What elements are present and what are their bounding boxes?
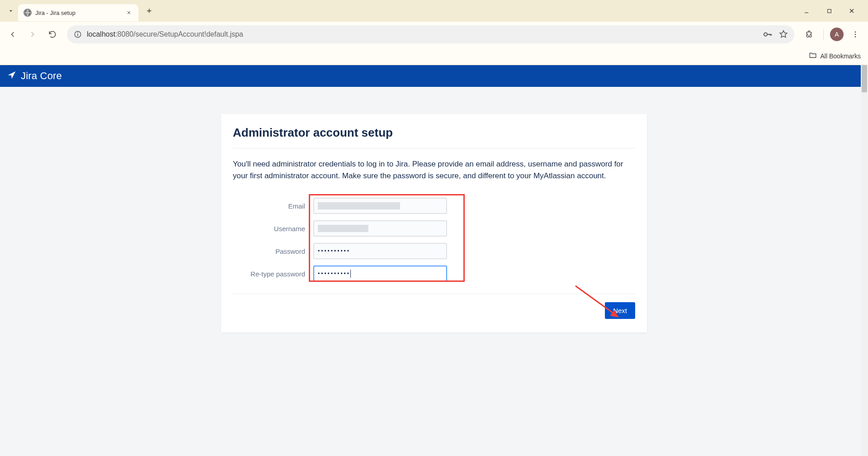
retype-password-value: •••••••••• — [318, 266, 350, 281]
tab-title: Jira - Jira setup — [35, 10, 121, 16]
kebab-menu-icon[interactable] — [847, 26, 863, 43]
password-key-icon[interactable] — [763, 29, 773, 39]
password-label: Password — [233, 247, 305, 255]
username-label: Username — [233, 225, 305, 233]
admin-form: Email Username Password •••••••••• Re-ty… — [233, 194, 635, 282]
browser-toolbar: localhost:8080/secure/SetupAccount!defau… — [0, 22, 868, 47]
globe-icon — [24, 9, 32, 17]
address-bar[interactable]: localhost:8080/secure/SetupAccount!defau… — [67, 25, 794, 43]
svg-point-6 — [855, 31, 856, 33]
folder-icon — [809, 51, 817, 61]
close-tab-icon[interactable] — [125, 9, 133, 17]
retype-password-label: Re-type password — [233, 270, 305, 278]
redacted-username-value — [318, 225, 368, 232]
username-field[interactable] — [313, 220, 447, 237]
all-bookmarks-button[interactable]: All Bookmarks — [809, 51, 861, 61]
url-text: localhost:8080/secure/SetupAccount!defau… — [87, 30, 243, 38]
jira-logo-icon — [7, 71, 16, 81]
password-value: •••••••••• — [318, 244, 350, 258]
profile-avatar[interactable]: A — [830, 28, 844, 41]
page-title: Administrator account setup — [233, 126, 635, 140]
reload-button[interactable] — [44, 26, 61, 43]
divider — [233, 294, 635, 294]
svg-point-5 — [764, 33, 767, 36]
page-description: You'll need administrator credentials to… — [233, 158, 635, 181]
extensions-icon[interactable] — [801, 26, 817, 43]
scrollbar-track[interactable] — [861, 65, 868, 456]
text-cursor — [350, 270, 351, 278]
redacted-email-value — [318, 202, 400, 209]
password-field[interactable]: •••••••••• — [313, 243, 447, 259]
svg-point-8 — [855, 36, 856, 38]
svg-point-7 — [855, 34, 856, 35]
forward-button[interactable] — [24, 26, 41, 43]
setup-card: Administrator account setup You'll need … — [221, 114, 647, 332]
browser-tab-strip: Jira - Jira setup — [0, 0, 868, 22]
svg-rect-4 — [77, 33, 78, 33]
close-window-icon[interactable] — [844, 3, 860, 19]
svg-rect-3 — [77, 34, 78, 36]
all-bookmarks-label: All Bookmarks — [821, 52, 861, 60]
jira-logo-text: Jira Core — [21, 70, 62, 82]
jira-header: Jira Core — [0, 65, 868, 87]
retype-password-field[interactable]: •••••••••• — [313, 266, 447, 282]
tab-search-dropdown[interactable] — [4, 4, 18, 18]
scrollbar-thumb[interactable] — [862, 65, 867, 92]
site-info-icon[interactable] — [73, 30, 82, 39]
back-button[interactable] — [5, 26, 21, 43]
window-controls — [798, 3, 864, 19]
svg-rect-1 — [827, 9, 831, 13]
email-field[interactable] — [313, 198, 447, 214]
toolbar-divider — [823, 29, 824, 40]
new-tab-button[interactable] — [142, 4, 156, 18]
minimize-icon[interactable] — [798, 3, 815, 19]
email-label: Email — [233, 202, 305, 210]
next-button[interactable]: Next — [605, 302, 635, 319]
browser-tab[interactable]: Jira - Jira setup — [18, 4, 138, 21]
bookmarks-bar: All Bookmarks — [0, 47, 868, 65]
maximize-icon[interactable] — [821, 3, 837, 19]
divider — [233, 148, 635, 148]
bookmark-star-icon[interactable] — [779, 30, 788, 39]
page-viewport: Jira Core Administrator account setup Yo… — [0, 65, 868, 456]
